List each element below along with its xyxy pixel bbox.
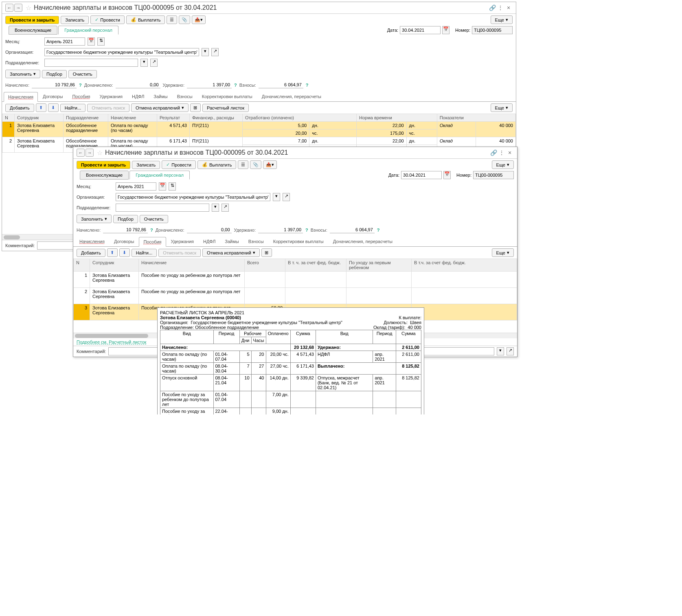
clear-button[interactable]: Очистить (68, 70, 97, 78)
col-fed[interactable]: В т. ч. за счет фед. бюдж. (285, 259, 346, 272)
dept-input[interactable] (44, 59, 138, 67)
tab-contrib-2[interactable]: Взносы (244, 237, 268, 246)
tab-benefits[interactable]: Пособия (68, 92, 94, 101)
tab-loans[interactable]: Займы (149, 92, 172, 101)
pay-button[interactable]: 💰Выплатить (126, 15, 165, 24)
back-button-2[interactable]: ← (77, 149, 85, 157)
payslip-button[interactable]: Расчетный листок (202, 104, 249, 112)
link-icon[interactable]: 🔗 (488, 4, 496, 12)
report-icon-button[interactable]: ☰ (167, 15, 177, 24)
tab-benefits-2[interactable]: Пособия (139, 237, 166, 247)
org-input-2[interactable] (116, 193, 270, 201)
dept-dropdown-icon-2[interactable]: ▾ (212, 204, 219, 212)
col-acc-2[interactable]: Начисление (139, 259, 245, 272)
undo-fix-button-2[interactable]: Отмена исправлений ▾ (202, 248, 260, 257)
month-stepper-2[interactable]: ⇅ (169, 182, 176, 191)
comment-open-icon[interactable]: ↗ (507, 347, 514, 355)
more-button[interactable]: Еще ▾ (491, 15, 513, 24)
attach-icon-button[interactable]: 📎 (179, 15, 190, 24)
date-input[interactable] (400, 26, 441, 34)
post-and-close-button-2[interactable]: Провести и закрыть (77, 161, 130, 169)
forward-button[interactable]: → (14, 4, 22, 12)
tab-ndfl-2[interactable]: НДФЛ (199, 237, 220, 246)
help-icon[interactable]: ? (79, 83, 82, 88)
col-norm[interactable]: Норма времени (357, 114, 437, 122)
col-n-2[interactable]: N (74, 259, 90, 272)
attach-icon-button-2[interactable]: 📎 (250, 160, 261, 169)
month-input-2[interactable] (116, 182, 156, 191)
col-res[interactable]: Результат (157, 114, 190, 122)
tab-contrib[interactable]: Взносы (173, 92, 197, 101)
grid-more-button-2[interactable]: Еще ▾ (492, 248, 514, 257)
dept-input-2[interactable] (116, 204, 209, 212)
tab-accruals-2[interactable]: Начисления (75, 237, 109, 246)
tab-corr-2[interactable]: Корректировки выплаты (269, 237, 328, 246)
undo-fix-button[interactable]: Отмена исправлений ▾ (131, 103, 189, 112)
tab-civil[interactable]: Гражданский персонал (58, 26, 118, 35)
col-total[interactable]: Всего (245, 259, 285, 272)
org-input[interactable] (44, 48, 199, 56)
col-emp[interactable]: Сотрудник (15, 114, 64, 122)
month-stepper[interactable]: ⇅ (97, 37, 105, 46)
month-calendar-icon-2[interactable]: 📅 (159, 182, 166, 191)
post-button-2[interactable]: ✓Провести (162, 160, 196, 169)
export-icon-button[interactable]: 📤▾ (192, 15, 206, 24)
help-icon-4[interactable]: ? (150, 228, 153, 232)
org-dropdown-icon[interactable]: ▾ (202, 48, 209, 56)
pick-button[interactable]: Подбор (42, 70, 67, 78)
col-dept[interactable]: Подразделение (64, 114, 108, 122)
clear-button-2[interactable]: Очистить (140, 215, 168, 223)
forward-button-2[interactable]: → (86, 149, 94, 157)
payslip-link[interactable]: Подробнее см. Расчетный листок (77, 340, 146, 344)
col-acc[interactable]: Начисление (108, 114, 157, 122)
col-worked[interactable]: Отработано (оплачено) (243, 114, 357, 122)
table-row[interactable]: 2Зотова Елизавета СергеевнаПособие по ух… (74, 288, 517, 304)
tab-civil-2[interactable]: Гражданский персонал (129, 171, 190, 180)
comment-dropdown-icon[interactable]: ▾ (497, 347, 504, 355)
date-input-2[interactable] (401, 171, 442, 179)
pick-button-2[interactable]: Подбор (113, 215, 138, 223)
post-and-close-button[interactable]: Провести и закрыть (5, 16, 59, 24)
tab-military[interactable]: Военнослужащие (9, 26, 57, 35)
col-child1[interactable]: По уходу за первым ребенком (346, 259, 412, 272)
table-row[interactable]: 1 Зотова Елизавета СергеевнаОбособленное… (2, 122, 516, 129)
tab-accruals[interactable]: Начисления (4, 92, 38, 102)
org-open-icon[interactable]: ↗ (211, 48, 219, 56)
dept-open-icon-2[interactable]: ↗ (221, 204, 229, 212)
tab-ndfl[interactable]: НДФЛ (127, 92, 149, 101)
fill-button-2[interactable]: Заполнить ▾ (77, 215, 112, 223)
report-icon-button-2[interactable]: ☰ (238, 160, 248, 169)
tab-contracts[interactable]: Договоры (38, 92, 67, 101)
post-button[interactable]: ✓Провести (90, 15, 125, 24)
add-button[interactable]: Добавить (5, 104, 34, 112)
more-vertical-icon-2[interactable]: ⋮ (498, 149, 506, 157)
help-icon-5[interactable]: ? (305, 228, 308, 232)
dept-dropdown-icon[interactable]: ▾ (140, 59, 148, 67)
col-fed2[interactable]: В т.ч. за счет фед. бюдж. (412, 259, 517, 272)
tab-loans-2[interactable]: Займы (220, 237, 243, 246)
move-up-button[interactable]: ⬆ (36, 103, 46, 112)
help-icon-2[interactable]: ? (234, 83, 237, 88)
find-button-2[interactable]: Найти... (132, 249, 157, 257)
dept-open-icon[interactable]: ↗ (150, 59, 158, 67)
fill-button[interactable]: Заполнить ▾ (5, 70, 40, 78)
org-open-icon-2[interactable]: ↗ (283, 193, 290, 201)
save-button[interactable]: Записать (61, 16, 89, 24)
move-up-button-2[interactable]: ⬆ (107, 248, 118, 257)
tab-withhold-2[interactable]: Удержания (167, 237, 198, 246)
month-calendar-icon[interactable]: 📅 (88, 37, 95, 46)
move-down-button[interactable]: ⬇ (48, 103, 59, 112)
link-icon-2[interactable]: 🔗 (489, 149, 498, 157)
table-settings-icon-2[interactable]: ⊞ (261, 248, 272, 257)
month-input[interactable] (44, 37, 85, 46)
org-dropdown-icon-2[interactable]: ▾ (273, 193, 280, 201)
table-row[interactable]: 1Зотова Елизавета СергеевнаПособие по ух… (74, 272, 517, 288)
table-settings-icon[interactable]: ⊞ (190, 103, 201, 112)
tab-military-2[interactable]: Военнослужащие (80, 171, 129, 180)
col-emp-2[interactable]: Сотрудник (90, 259, 139, 272)
back-button[interactable]: ← (5, 4, 13, 12)
calendar-icon-2[interactable]: 📅 (443, 171, 451, 179)
col-ind[interactable]: Показатели (437, 114, 515, 122)
help-icon-6[interactable]: ? (377, 228, 380, 232)
add-button-2[interactable]: Добавить (77, 249, 105, 257)
